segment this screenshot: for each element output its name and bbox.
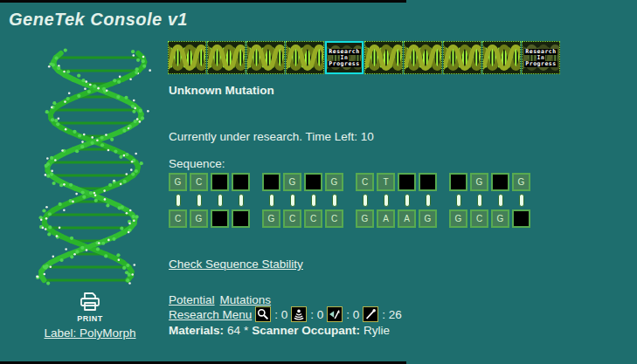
base-cell[interactable]: C <box>325 209 343 228</box>
blank-base-cell[interactable] <box>211 173 229 191</box>
pipette-icon <box>363 306 378 322</box>
research-menu-link[interactable]: Research Menu <box>169 308 252 321</box>
pair-connector <box>363 194 368 207</box>
mutations-link[interactable]: Mutations <box>220 293 272 306</box>
base-cell[interactable]: G <box>449 209 467 228</box>
research-in-progress-tile[interactable]: ResearchInProgress <box>522 41 560 74</box>
base-cell[interactable]: C <box>470 209 488 228</box>
dna-helix-tile[interactable] <box>168 41 206 74</box>
mutation-links-row: Potential Mutations <box>169 293 271 306</box>
pair-connector <box>218 194 223 207</box>
pair-connector <box>384 194 389 207</box>
dna-helix-tile[interactable] <box>482 41 521 74</box>
beacon-icon <box>291 306 307 322</box>
blank-base-cell[interactable] <box>211 209 229 228</box>
pair-connector <box>197 194 202 207</box>
base-cell[interactable]: T <box>377 173 395 191</box>
print-caption: PRINT <box>77 314 103 323</box>
materials-value: 64 <box>227 324 240 337</box>
dna-helix-tile[interactable] <box>364 41 403 74</box>
sequence-group: CGTAAG <box>356 173 437 228</box>
item-count: : 0 <box>274 308 287 321</box>
base-cell[interactable]: G <box>190 209 208 228</box>
dna-helix-tile[interactable] <box>443 41 481 74</box>
base-cell[interactable]: G <box>419 209 437 228</box>
blank-base-cell[interactable] <box>262 173 280 191</box>
base-cell[interactable]: A <box>398 209 416 228</box>
pair-connector <box>269 194 274 207</box>
dna-helix-tile[interactable] <box>286 41 324 74</box>
blank-base-cell[interactable] <box>304 173 322 191</box>
base-cell[interactable]: C <box>169 209 187 228</box>
base-cell[interactable]: G <box>169 173 187 191</box>
research-item-counts: : 0: 0: 0: 26 <box>255 306 402 322</box>
sequence-group: GGCGG <box>449 173 530 228</box>
print-block: PRINT Label: PolyMorph <box>44 292 136 340</box>
blank-base-cell[interactable] <box>491 173 509 191</box>
sequence-group: GCCG <box>169 173 250 228</box>
scanner-occupant-label: Scanner Occupant: <box>252 324 360 337</box>
pair-connector <box>332 194 337 207</box>
base-cell[interactable]: A <box>377 209 395 228</box>
base-cell[interactable]: C <box>190 173 208 191</box>
base-cell[interactable]: C <box>283 209 301 228</box>
pair-connector <box>176 194 181 207</box>
check-sequence-stability-link[interactable]: Check Sequence Stability <box>169 258 303 271</box>
dna-helix-tile[interactable] <box>404 41 442 74</box>
pair-connector <box>456 194 461 207</box>
research-in-progress-tile[interactable]: ResearchInProgress <box>325 41 364 74</box>
materials-status-line: Materials:64*Scanner Occupant:Rylie <box>169 324 393 337</box>
pair-connector <box>311 194 316 207</box>
mutation-name: Unknown Mutation <box>169 84 274 97</box>
base-cell[interactable]: C <box>356 173 374 191</box>
window-top-edge <box>0 0 406 3</box>
base-cell[interactable]: G <box>491 209 509 228</box>
base-cell[interactable]: C <box>304 209 322 228</box>
base-cell[interactable]: G <box>262 209 280 228</box>
sequence-group: GGCCGC <box>262 173 343 228</box>
pair-connector <box>426 194 431 207</box>
pair-connector <box>405 194 410 207</box>
item-count: : 26 <box>382 308 402 321</box>
label-polymorph-link[interactable]: Label: PolyMorph <box>44 326 136 340</box>
potential-link[interactable]: Potential <box>169 293 215 306</box>
blank-base-cell[interactable] <box>449 173 467 191</box>
materials-separator: * <box>244 324 248 337</box>
blank-base-cell[interactable] <box>512 209 530 228</box>
research-status-text: Currently under research. Time Left: 10 <box>169 130 374 143</box>
pair-connector <box>239 194 244 207</box>
magnifier-icon <box>255 306 271 322</box>
research-in-progress-label: ResearchInProgress <box>523 42 559 73</box>
page-title: GeneTek Console v1 <box>9 10 188 30</box>
print-button[interactable]: PRINT <box>77 292 103 323</box>
dna-research-strip: ResearchInProgress ResearchInProgress <box>168 41 560 74</box>
base-cell[interactable]: G <box>356 209 374 228</box>
pair-connector <box>477 194 482 207</box>
pair-connector <box>519 194 524 207</box>
materials-label: Materials: <box>169 324 224 337</box>
dna-molecule-image <box>19 46 163 291</box>
base-cell[interactable]: G <box>325 173 343 191</box>
pair-connector <box>498 194 503 207</box>
printer-icon <box>78 300 102 315</box>
item-count: : 0 <box>346 308 359 321</box>
research-in-progress-label: ResearchInProgress <box>327 43 362 72</box>
dna-helix-tile[interactable] <box>246 41 285 74</box>
blank-base-cell[interactable] <box>419 173 437 191</box>
scanner-occupant-value: Rylie <box>364 324 390 337</box>
item-count: : 0 <box>310 308 323 321</box>
base-cell[interactable]: G <box>512 173 530 191</box>
sequence-label: Sequence: <box>169 157 225 170</box>
pair-connector <box>290 194 295 207</box>
base-cell[interactable]: G <box>470 173 488 191</box>
dna-helix-tile[interactable] <box>207 41 246 74</box>
research-menu-row: Research Menu : 0: 0: 0: 26 <box>169 306 402 322</box>
blank-base-cell[interactable] <box>398 173 416 191</box>
blank-base-cell[interactable] <box>232 173 250 191</box>
sample-arrow-icon <box>327 306 343 322</box>
sequence-grid: GCCGGGCCGCCGTAAGGGCGG <box>169 173 530 228</box>
base-cell[interactable]: G <box>283 173 301 191</box>
blank-base-cell[interactable] <box>232 209 250 228</box>
